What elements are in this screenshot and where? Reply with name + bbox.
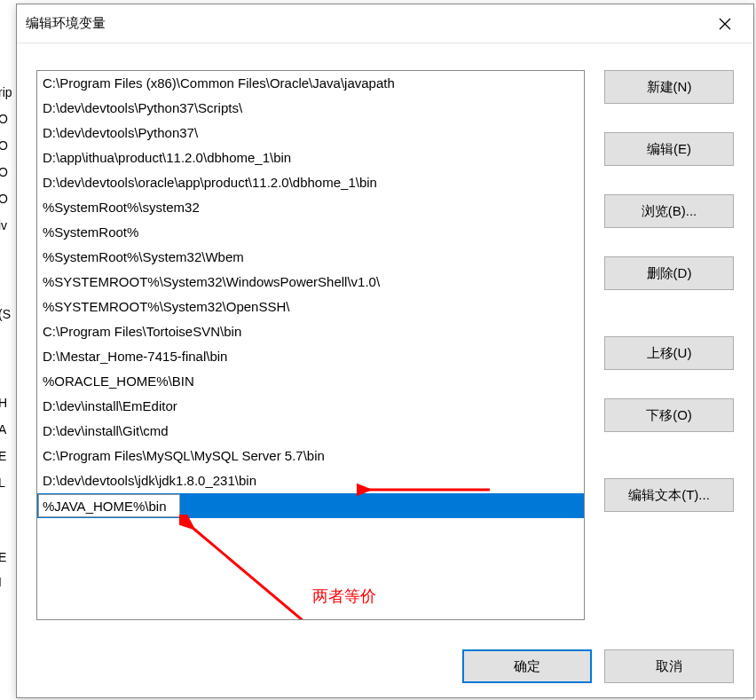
path-entry[interactable]: %ORACLE_HOME%\BIN [37, 369, 584, 394]
browse-button[interactable]: 浏览(B)... [604, 194, 734, 228]
svg-line-5 [192, 527, 303, 620]
path-entry[interactable]: %SystemRoot% [37, 220, 584, 245]
new-button[interactable]: 新建(N) [604, 70, 734, 104]
annotation-label: 两者等价 [312, 586, 376, 607]
path-entry[interactable]: %SystemRoot%\system32 [37, 195, 584, 220]
path-inline-edit-input[interactable] [38, 494, 180, 517]
path-entry[interactable]: D:\dev\install\EmEditor [37, 394, 584, 419]
move-down-button[interactable]: 下移(O) [604, 398, 734, 432]
path-entry[interactable]: D:\dev\devtools\oracle\app\product\11.2.… [37, 170, 584, 195]
dialog-content: C:\Program Files (x86)\Common Files\Orac… [17, 43, 753, 635]
edit-environment-variable-dialog: 编辑环境变量 C:\Program Files (x86)\Common Fil… [16, 4, 754, 698]
move-up-button[interactable]: 上移(U) [604, 336, 734, 370]
edit-button[interactable]: 编辑(E) [604, 132, 734, 166]
dialog-title: 编辑环境变量 [26, 15, 106, 32]
path-entry[interactable]: D:\Mestar_Home-7415-final\bin [37, 344, 584, 369]
path-entry[interactable]: C:\Program Files\TortoiseSVN\bin [37, 319, 584, 344]
side-button-panel: 新建(N) 编辑(E) 浏览(B)... 删除(D) 上移(U) 下移(O) 编… [585, 70, 734, 617]
close-button[interactable] [707, 6, 743, 42]
ok-button[interactable]: 确定 [462, 649, 592, 683]
close-icon [719, 18, 731, 30]
path-entry[interactable]: D:\dev\devtools\Python37\ [37, 121, 584, 146]
path-entry[interactable]: D:\dev\devtools\Python37\Scripts\ [37, 96, 584, 121]
background-window-fragments: rip O O O O iv (S H A E L E I [0, 0, 16, 700]
path-entry[interactable]: C:\Program Files\MySQL\MySQL Server 5.7\… [37, 444, 584, 468]
path-entry[interactable]: %SYSTEMROOT%\System32\WindowsPowerShell\… [37, 270, 584, 295]
path-entry[interactable]: D:\app\ithua\product\11.2.0\dbhome_1\bin [37, 146, 584, 170]
path-entry[interactable]: %SystemRoot%\System32\Wbem [37, 245, 584, 270]
path-listbox[interactable]: C:\Program Files (x86)\Common Files\Orac… [36, 70, 585, 620]
bottom-button-row: 确定 取消 [462, 649, 734, 683]
cancel-button[interactable]: 取消 [604, 649, 734, 683]
edit-text-button[interactable]: 编辑文本(T)... [604, 478, 734, 512]
path-entry[interactable]: C:\Program Files (x86)\Common Files\Orac… [37, 71, 584, 96]
path-entry[interactable]: D:\dev\devtools\jdk\jdk1.8.0_231\bin [37, 468, 584, 493]
titlebar: 编辑环境变量 [17, 4, 753, 43]
path-entry[interactable]: %SYSTEMROOT%\System32\OpenSSH\ [37, 295, 584, 319]
path-entry[interactable]: D:\dev\install\Git\cmd [37, 419, 584, 444]
annotation-arrow-diagonal [179, 515, 321, 620]
delete-button[interactable]: 删除(D) [604, 256, 734, 290]
path-entry-selected[interactable] [37, 493, 584, 518]
